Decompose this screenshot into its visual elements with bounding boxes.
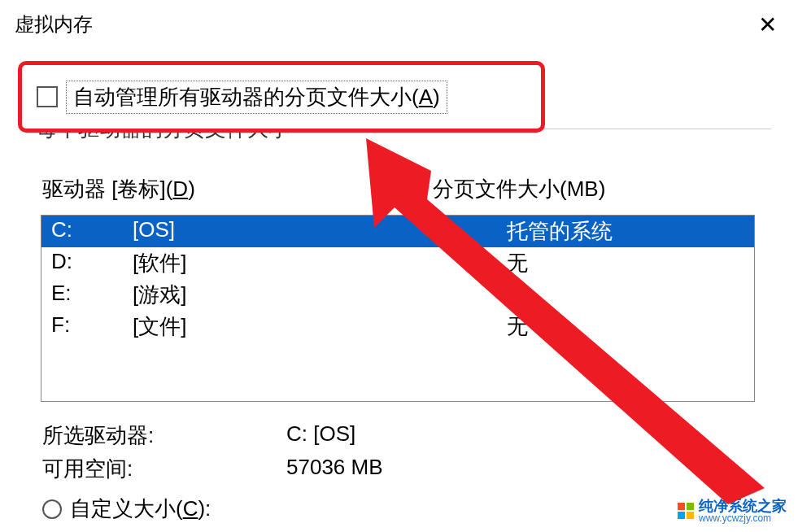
drive-row[interactable]: F:[文件]无 — [41, 311, 754, 342]
radio-icon — [42, 499, 62, 519]
drive-letter: E: — [51, 281, 133, 309]
drive-list[interactable]: C:[OS]托管的系统D:[软件]无E:[游戏]无F:[文件]无 — [41, 215, 755, 402]
custom-size-label-pre: 自定义大小( — [70, 496, 183, 521]
drive-row[interactable]: D:[软件]无 — [41, 247, 754, 279]
selected-drive-label: 所选驱动器: — [42, 421, 286, 450]
custom-size-label-post: ): — [198, 496, 211, 521]
available-space-label: 可用空间: — [42, 455, 286, 483]
close-icon: ✕ — [758, 11, 777, 38]
drive-column-header: 驱动器 [卷标](D) — [42, 175, 384, 203]
watermark: 纯净系统之家 www.ycwzjy.com — [673, 496, 791, 525]
custom-size-hotkey: C — [183, 496, 198, 521]
drive-size: 托管的系统 — [425, 217, 744, 246]
watermark-name: 纯净系统之家 — [699, 499, 787, 513]
drive-letter: C: — [51, 217, 133, 246]
drive-label: [软件] — [133, 249, 425, 277]
window-title: 虚拟内存 — [15, 11, 751, 37]
drive-label: [游戏] — [133, 281, 425, 309]
drive-size: 无 — [425, 312, 744, 341]
auto-manage-label-post: ) — [433, 85, 440, 109]
drive-size: 无 — [425, 249, 744, 277]
drive-header-post: ) — [188, 177, 195, 201]
highlight-annotation: 自动管理所有驱动器的分页文件大小(A) — [18, 61, 545, 133]
per-drive-group: 每个驱动器的分页文件大小 驱动器 [卷标](D) 分页文件大小(MB) C:[O… — [23, 129, 771, 523]
available-space-value: 57036 MB — [286, 455, 771, 483]
drive-header-pre: 驱动器 [卷标]( — [42, 177, 172, 201]
drive-letter: D: — [51, 249, 133, 277]
watermark-url: www.ycwzjy.com — [699, 513, 787, 523]
close-button[interactable]: ✕ — [751, 8, 783, 41]
drive-label: [OS] — [133, 217, 425, 246]
drive-label: [文件] — [133, 312, 425, 341]
selected-drive-value: C: [OS] — [286, 421, 771, 450]
auto-manage-label: 自动管理所有驱动器的分页文件大小(A) — [66, 81, 447, 114]
drive-header-hotkey: D — [172, 177, 188, 201]
auto-manage-label-pre: 自动管理所有驱动器的分页文件大小( — [73, 85, 419, 109]
auto-manage-hotkey: A — [419, 85, 433, 109]
auto-manage-checkbox[interactable]: 自动管理所有驱动器的分页文件大小(A) — [37, 81, 447, 114]
checkbox-icon — [37, 86, 58, 107]
custom-size-radio[interactable]: 自定义大小(C): — [42, 495, 771, 523]
drive-size: 无 — [425, 281, 744, 309]
paging-column-header: 分页文件大小(MB) — [384, 175, 763, 203]
drive-letter: F: — [51, 312, 133, 341]
custom-size-label: 自定义大小(C): — [70, 495, 211, 523]
watermark-logo-icon — [678, 503, 694, 519]
drive-row[interactable]: E:[游戏]无 — [41, 279, 754, 311]
drive-row[interactable]: C:[OS]托管的系统 — [41, 216, 754, 247]
